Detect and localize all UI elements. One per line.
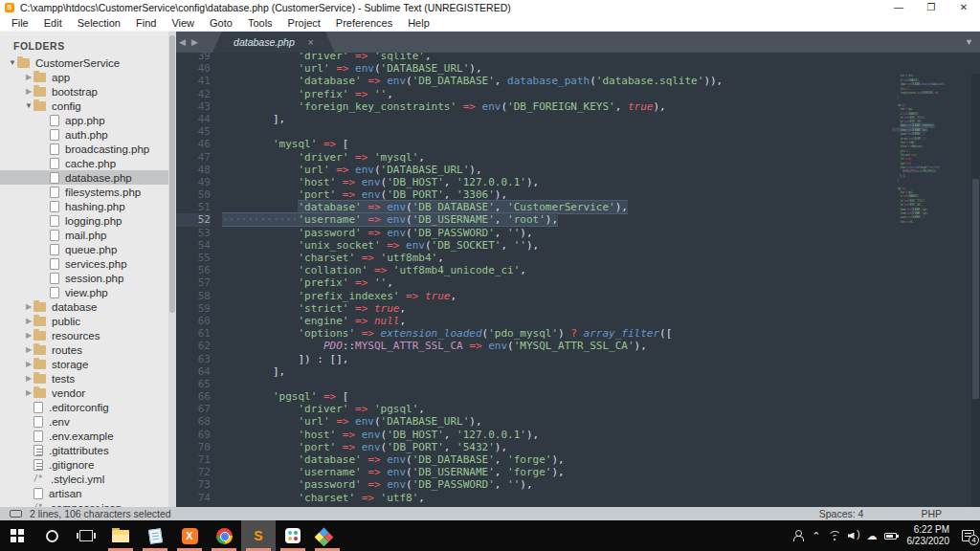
tree-item-vendor[interactable]: ▶vendor (0, 386, 168, 400)
menu-item-find[interactable]: Find (128, 15, 164, 32)
tab-database-php[interactable]: database.php × (212, 32, 335, 53)
collapse-arrow-icon[interactable]: ▶ (24, 331, 33, 340)
people-icon[interactable] (793, 530, 805, 541)
maximize-button[interactable]: ❐ (915, 0, 947, 15)
battery-icon[interactable] (884, 533, 897, 540)
tree-item-config[interactable]: ▼config (0, 99, 168, 113)
menu-item-goto[interactable]: Goto (202, 15, 240, 32)
code-line[interactable]: 48 'url' => env('DATABASE_URL'), (176, 164, 723, 176)
code-line[interactable]: 59 'strict' => true, (176, 302, 723, 315)
editor-scroll-thumb[interactable] (972, 179, 979, 399)
tree-item--gitignore[interactable]: .gitignore (0, 457, 168, 472)
tab-close-icon[interactable]: × (308, 37, 314, 48)
tree-item-logging-php[interactable]: logging.php (0, 213, 168, 228)
tree-item-bootstrap[interactable]: ▶bootstrap (0, 84, 168, 99)
tree-item-routes[interactable]: ▶routes (0, 342, 168, 357)
collapse-arrow-icon[interactable]: ▶ (24, 345, 33, 354)
xampp-button[interactable]: X (172, 520, 207, 551)
code-line[interactable]: 72 'username' => env('DB_USERNAME', 'for… (176, 466, 723, 478)
collapse-arrow-icon[interactable]: ▶ (24, 388, 33, 397)
tree-item-auth-php[interactable]: auth.php (0, 127, 168, 142)
sidebar-scroll-thumb[interactable] (169, 35, 175, 313)
volume-icon[interactable] (848, 531, 860, 541)
tab-scroll-left-icon[interactable]: ◀ (176, 32, 189, 53)
code-line[interactable]: 70 'port' => env('DB_PORT', '5432'), (176, 441, 723, 453)
tree-item--gitattributes[interactable]: .gitattributes (0, 443, 168, 457)
code-line[interactable]: 42 'prefix' => '', (176, 88, 723, 100)
tree-item-composer-json[interactable]: /*composer.json (0, 500, 168, 507)
expand-arrow-icon[interactable]: ▼ (8, 58, 17, 67)
tree-item-broadcasting-php[interactable]: broadcasting.php (0, 142, 168, 156)
tree-item-queue-php[interactable]: queue.php (0, 242, 168, 256)
start-button[interactable] (0, 520, 34, 551)
code-line[interactable]: 53 'password' => env('DB_PASSWORD', ''), (176, 227, 723, 239)
code-line[interactable]: 39 'driver' => 'sqlite', (176, 53, 723, 62)
code-line[interactable]: 65 (176, 378, 723, 390)
minimize-button[interactable]: — (882, 0, 915, 15)
menu-item-tools[interactable]: Tools (240, 15, 280, 32)
editor-scrollbar[interactable] (971, 74, 980, 507)
sidebar-scrollbar[interactable] (168, 32, 176, 507)
code-line[interactable]: 51 'database' => env('DB_DATABASE', 'Cus… (176, 201, 723, 213)
dev-app-button[interactable] (310, 520, 345, 551)
tree-item-artisan[interactable]: artisan (0, 486, 168, 500)
menu-item-preferences[interactable]: Preferences (328, 15, 400, 32)
tree-item--env[interactable]: .env (0, 414, 168, 429)
code-line[interactable]: 55 'charset' => 'utf8mb4', (176, 252, 723, 264)
code-line[interactable]: 63 ]) : [], (176, 353, 723, 365)
code-line[interactable]: 54 'unix_socket' => env('DB_SOCKET', '')… (176, 239, 723, 252)
menu-item-view[interactable]: View (164, 15, 202, 32)
tree-item-hashing-php[interactable]: hashing.php (0, 199, 168, 213)
file-explorer-button[interactable] (103, 520, 138, 551)
collapse-arrow-icon[interactable]: ▶ (24, 360, 33, 368)
sublime-taskbar-button[interactable]: S (241, 520, 276, 551)
code-line[interactable]: 71 'database' => env('DB_DATABASE', 'for… (176, 453, 723, 466)
code-line[interactable]: 73 'password' => env('DB_PASSWORD', ''), (176, 478, 723, 491)
menu-item-help[interactable]: Help (400, 15, 437, 32)
code-line[interactable]: 40 'url' => env('DATABASE_URL'), (176, 62, 723, 75)
code-line[interactable]: 45 (176, 125, 723, 138)
code-line[interactable]: 68 'url' => env('DATABASE_URL'), (176, 415, 723, 428)
tab-overflow-icon[interactable]: ▼ (965, 32, 973, 53)
code-line[interactable]: 56 'collation' => 'utf8mb4_unicode_ci', (176, 264, 723, 276)
menu-item-file[interactable]: File (4, 15, 36, 32)
code-line[interactable]: 49 'host' => env('DB_HOST', '127.0.0.1')… (176, 176, 723, 188)
code-line[interactable]: 62 PDO::MYSQL_ATTR_SSL_CA => env('MYSQL_… (176, 340, 723, 352)
tree-item-database[interactable]: ▶database (0, 299, 168, 314)
code-line[interactable]: 66 'pgsql' => [ (176, 390, 723, 403)
expand-arrow-icon[interactable]: ▼ (24, 101, 33, 110)
cortana-search-button[interactable] (34, 520, 69, 551)
code-line[interactable]: 50 'port' => env('DB_PORT', '3306'), (176, 188, 723, 201)
tray-chevron-icon[interactable]: ⌃ (812, 530, 820, 542)
task-view-button[interactable] (69, 520, 103, 551)
close-button[interactable]: ✕ (947, 0, 980, 15)
collapse-arrow-icon[interactable]: ▶ (24, 73, 33, 81)
code-line[interactable]: 52············'username' => env('DB_USER… (176, 213, 723, 226)
clock[interactable]: 6:22 PM 6/23/2020 (907, 524, 950, 547)
code-line[interactable]: 46 'mysql' => [ (176, 138, 723, 150)
code-line[interactable]: 69 'host' => env('DB_HOST', '127.0.0.1')… (176, 429, 723, 441)
onedrive-icon[interactable]: ☁ (867, 530, 878, 542)
code-line[interactable]: 61 'options' => extension_loaded('pdo_my… (176, 327, 723, 340)
tree-item-cache-php[interactable]: cache.php (0, 156, 168, 170)
vintage-mode-icon[interactable] (10, 510, 22, 518)
menu-item-selection[interactable]: Selection (70, 15, 128, 32)
tree-item-filesystems-php[interactable]: filesystems.php (0, 185, 168, 199)
wifi-icon[interactable] (828, 531, 841, 541)
tab-scroll-right-icon[interactable]: ▶ (189, 32, 201, 53)
tree-item--env-example[interactable]: .env.example (0, 429, 168, 443)
action-center-button[interactable]: 4 (962, 530, 974, 541)
code-line[interactable]: 64 ], (176, 365, 723, 378)
code-line[interactable]: 58 'prefix_indexes' => true, (176, 290, 723, 302)
notepad-button[interactable] (138, 520, 172, 551)
tree-item-database-php[interactable]: database.php (0, 170, 168, 185)
collapse-arrow-icon[interactable]: ▶ (24, 87, 33, 96)
minimap[interactable]: 'driver' => 'sqlite', 'url' => env('DATA… (892, 74, 969, 507)
code-line[interactable]: 47 'driver' => 'mysql', (176, 151, 723, 164)
code-line[interactable]: 60 'engine' => null, (176, 315, 723, 327)
code-line[interactable]: 44 ], (176, 113, 723, 125)
spaces-indicator[interactable]: Spaces: 4 (819, 508, 864, 519)
tree-item--styleci-yml[interactable]: /*.styleci.yml (0, 472, 168, 486)
tree-item-services-php[interactable]: services.php (0, 256, 168, 271)
tree-item-view-php[interactable]: view.php (0, 285, 168, 299)
